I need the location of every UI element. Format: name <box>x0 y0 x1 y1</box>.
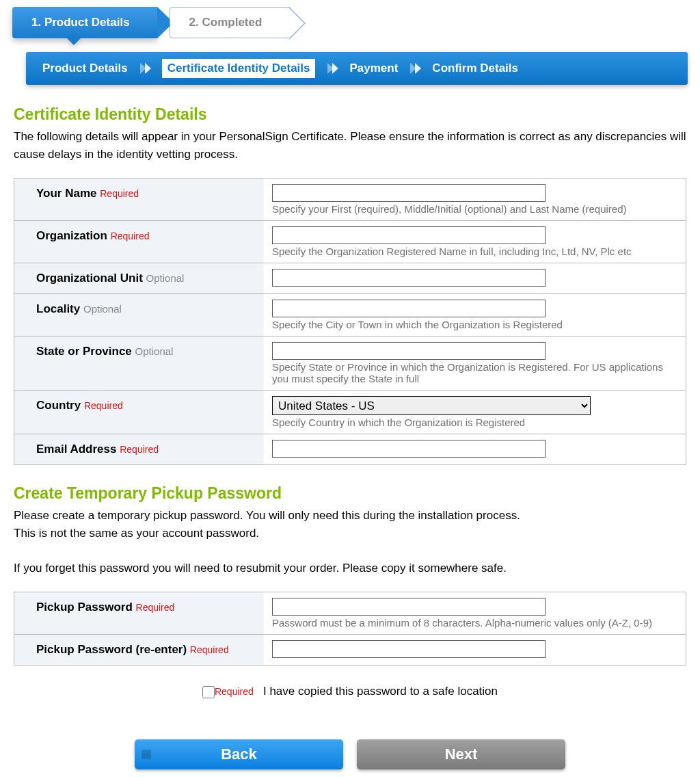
confirm-copied-row: Required I have copied this password to … <box>7 685 693 698</box>
subnav-confirm-details[interactable]: Confirm Details <box>432 62 518 75</box>
label-pickup-password-reenter: Pickup Password (re-enter) <box>36 643 187 656</box>
pw-para-2: This is not the same as your account pas… <box>14 527 259 540</box>
password-form-table: Pickup Password Required Password must b… <box>14 592 686 666</box>
section-desc-identity: The following details will appear in you… <box>14 128 686 163</box>
organization-input[interactable] <box>272 226 546 244</box>
required-tag: Required <box>136 602 175 613</box>
country-select[interactable]: United States - US <box>272 396 591 415</box>
optional-tag: Optional <box>135 345 174 357</box>
your-name-input[interactable] <box>272 184 546 202</box>
locality-input[interactable] <box>272 300 546 317</box>
required-tag: Required <box>100 188 139 199</box>
pickup-password-reenter-input[interactable] <box>272 640 546 658</box>
wizard-step-completed: 2. Completed <box>170 7 291 38</box>
label-locality: Locality <box>36 302 80 315</box>
wizard-step-label: 1. Product Details <box>31 16 130 29</box>
chevron-icon <box>140 63 150 74</box>
pickup-password-input[interactable] <box>272 598 546 616</box>
identity-form-table: Your Name Required Specify your First (r… <box>14 178 686 465</box>
next-button[interactable]: Next <box>357 739 565 769</box>
required-tag: Required <box>190 644 229 655</box>
confirm-copied-text: I have copied this password to a safe lo… <box>263 685 498 698</box>
label-country: Country <box>36 399 81 412</box>
pw-para-1: Please create a temporary pickup passwor… <box>14 509 520 522</box>
required-tag: Required <box>111 231 150 241</box>
wizard-step-product-details[interactable]: 1. Product Details <box>12 7 157 38</box>
subnav-certificate-identity: Certificate Identity Details <box>162 59 316 78</box>
subnav-bar: Product Details Certificate Identity Det… <box>26 52 688 85</box>
help-organization: Specify the Organization Registered Name… <box>272 246 677 257</box>
pw-para-3: If you forget this password you will nee… <box>14 562 507 575</box>
label-pickup-password: Pickup Password <box>36 601 133 614</box>
subnav-payment[interactable]: Payment <box>349 62 398 75</box>
back-button[interactable]: Back <box>135 739 343 769</box>
optional-tag: Optional <box>83 303 122 315</box>
help-pickup-password: Password must be a minimum of 8 characte… <box>272 617 677 629</box>
chevron-icon <box>410 63 420 74</box>
help-country: Specify Country in which the Organizatio… <box>272 417 677 428</box>
confirm-copied-checkbox[interactable] <box>202 686 215 698</box>
section-desc-password: Please create a temporary pickup passwor… <box>14 507 686 577</box>
section-title-password: Create Temporary Pickup Password <box>14 484 693 503</box>
section-title-identity: Certificate Identity Details <box>14 105 693 124</box>
org-unit-input[interactable] <box>272 269 546 287</box>
wizard-step-label: 2. Completed <box>189 16 262 29</box>
wizard-steps: 1. Product Details 2. Completed <box>7 7 693 52</box>
chevron-icon <box>327 63 337 74</box>
state-input[interactable] <box>272 342 546 360</box>
label-email: Email Address <box>36 443 116 456</box>
required-tag: Required <box>120 444 159 455</box>
label-your-name: Your Name <box>36 187 97 200</box>
optional-tag: Optional <box>146 272 185 284</box>
button-row: Back Next <box>7 726 693 769</box>
label-state: State or Province <box>36 345 132 358</box>
label-org-unit: Organizational Unit <box>36 272 143 285</box>
email-input[interactable] <box>272 440 546 458</box>
label-organization: Organization <box>36 229 107 242</box>
required-tag: Required <box>215 686 254 697</box>
help-locality: Specify the City or Town in which the Or… <box>272 319 677 330</box>
help-state: Specify State or Province in which the O… <box>272 361 677 384</box>
help-your-name: Specify your First (required), Middle/In… <box>272 203 677 215</box>
subnav-product-details[interactable]: Product Details <box>42 62 128 75</box>
required-tag: Required <box>84 400 123 411</box>
